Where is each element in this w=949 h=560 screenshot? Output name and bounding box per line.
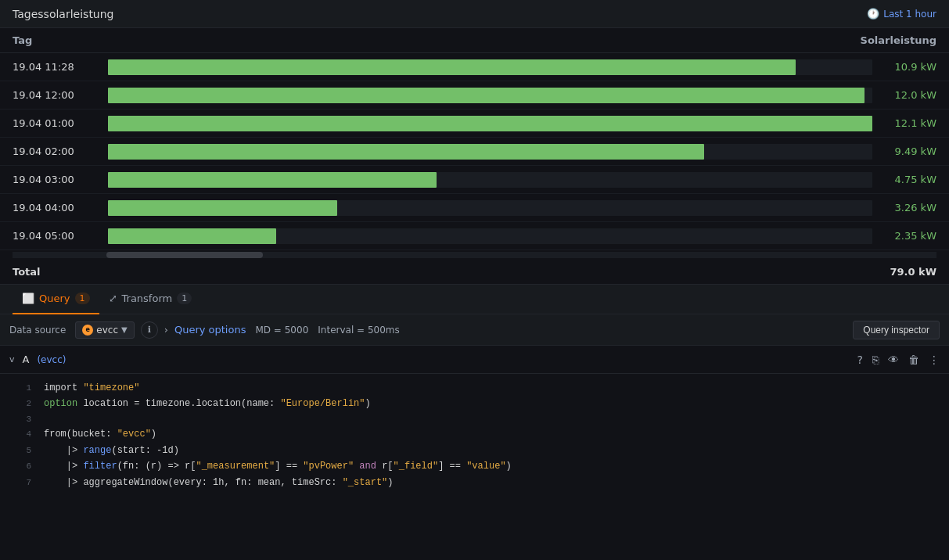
tab-transform[interactable]: ⤢ Transform 1 (99, 285, 202, 314)
editor-header: v A (evcc) ? ⎘ 👁 🗑 ⋮ (0, 346, 949, 374)
code-line: 7 |> aggregateWindow(every: 1h, fn: mean… (0, 475, 949, 490)
code-text-span: |> aggregateWindow(every: 1h, fn: mean, … (44, 475, 393, 490)
row-label: 19.04 12:00 (13, 89, 99, 101)
row-label: 19.04 05:00 (13, 230, 99, 242)
tab-query-badge: 1 (75, 293, 90, 304)
row-value: 9.49 kW (882, 145, 936, 157)
code-text-span: |> filter(fn: (r) => r["_measurement"] =… (44, 458, 512, 474)
code-content[interactable]: 1import "timezone"2option location = tim… (0, 374, 949, 497)
clock-icon: 🕐 (867, 8, 879, 20)
datasource-label: Data source (9, 325, 66, 336)
row-label: 19.04 02:00 (13, 145, 99, 157)
more-icon[interactable]: ⋮ (929, 354, 940, 366)
md-label: MD = 5000 (255, 325, 308, 336)
code-text-span: import "timezone" (44, 380, 139, 396)
line-number: 5 (9, 443, 31, 458)
eye-icon[interactable]: 👁 (888, 354, 899, 366)
line-number: 2 (9, 397, 31, 411)
row-value: 4.75 kW (882, 174, 936, 185)
info-button[interactable]: ℹ (141, 321, 158, 339)
code-text-span: option location = timezone.location(name… (44, 396, 371, 411)
row-value: 10.9 kW (882, 61, 936, 73)
total-value: 79.0 kW (890, 266, 936, 278)
bar-container (108, 144, 872, 160)
table-row: 19.04 03:00 4.75 kW (0, 166, 949, 194)
tab-query-label: Query (39, 293, 70, 304)
row-label: 19.04 03:00 (13, 174, 99, 185)
code-line: 2option location = timezone.location(nam… (0, 396, 949, 411)
delete-icon[interactable]: 🗑 (908, 354, 919, 366)
row-value: 12.1 kW (882, 117, 936, 129)
row-label: 19.04 04:00 (13, 202, 99, 214)
query-inspector-button[interactable]: Query inspector (853, 321, 940, 339)
datasource-name: evcc (96, 325, 118, 336)
scrollbar-area (0, 250, 949, 260)
code-line: 6 |> filter(fn: (r) => r["_measurement"]… (0, 458, 949, 474)
code-line: 1import "timezone" (0, 380, 949, 396)
row-value: 3.26 kW (882, 202, 936, 214)
bar-container (108, 172, 872, 188)
bar-fill (108, 228, 276, 244)
table-rows: 19.04 11:28 10.9 kW 19.04 12:00 12.0 kW … (0, 53, 949, 250)
query-options-bar: Data source e evcc ▼ ℹ › Query options M… (0, 314, 949, 346)
tab-query[interactable]: ⬜ Query 1 (13, 285, 99, 314)
chevron-right-icon: › (164, 324, 168, 336)
bar-container (108, 88, 872, 103)
query-source: (evcc) (37, 354, 66, 365)
total-row: Total 79.0 kW (0, 260, 949, 285)
help-icon[interactable]: ? (857, 354, 863, 366)
col-tag: Tag (13, 34, 32, 46)
code-editor: v A (evcc) ? ⎘ 👁 🗑 ⋮ 1import "timezone"2… (0, 346, 949, 497)
copy-icon[interactable]: ⎘ (872, 354, 879, 366)
datasource-icon: e (82, 325, 93, 336)
transform-icon: ⤢ (109, 293, 117, 304)
col-value: Solarleistung (861, 34, 936, 46)
bar-fill (108, 200, 337, 216)
query-options-button[interactable]: Query options (174, 324, 246, 336)
table-row: 19.04 05:00 2.35 kW (0, 222, 949, 250)
bar-container (108, 200, 872, 216)
line-number: 7 (9, 476, 31, 490)
bar-fill (108, 59, 796, 75)
row-value: 2.35 kW (882, 230, 936, 242)
editor-actions: ? ⎘ 👁 🗑 ⋮ (857, 354, 940, 366)
code-text-span: from(bucket: "evcc") (44, 426, 156, 442)
table-row: 19.04 02:00 9.49 kW (0, 138, 949, 166)
line-number: 1 (9, 381, 31, 396)
panel-header: Tagessolarleistung 🕐 Last 1 hour (0, 0, 949, 28)
bar-fill (108, 88, 865, 103)
time-range-button[interactable]: 🕐 Last 1 hour (867, 8, 936, 20)
tab-transform-badge: 1 (177, 293, 192, 304)
collapse-button[interactable]: v (9, 354, 15, 364)
table-row: 19.04 01:00 12.1 kW (0, 109, 949, 138)
total-label: Total (13, 266, 41, 278)
bar-fill (108, 116, 872, 131)
table-row: 19.04 12:00 12.0 kW (0, 81, 949, 109)
time-range-label: Last 1 hour (883, 9, 936, 20)
table-header: Tag Solarleistung (0, 28, 949, 53)
code-line: 5 |> range(start: -1d) (0, 443, 949, 458)
query-tabs: ⬜ Query 1 ⤢ Transform 1 (0, 285, 949, 314)
code-line: 4from(bucket: "evcc") (0, 426, 949, 442)
table-row: 19.04 11:28 10.9 kW (0, 53, 949, 81)
line-number: 4 (9, 427, 31, 442)
bar-container (108, 116, 872, 131)
line-number: 6 (9, 459, 31, 474)
row-label: 19.04 01:00 (13, 117, 99, 129)
datasource-select[interactable]: e evcc ▼ (75, 321, 134, 339)
bar-container (108, 228, 872, 244)
code-text-span: |> range(start: -1d) (44, 443, 179, 458)
bar-container (108, 59, 872, 75)
table-row: 19.04 04:00 3.26 kW (0, 194, 949, 222)
code-line: 3 (0, 412, 949, 427)
tab-transform-label: Transform (122, 293, 173, 304)
chevron-down-icon: ▼ (121, 325, 128, 334)
bar-fill (108, 172, 437, 188)
bar-fill (108, 144, 704, 160)
interval-label: Interval = 500ms (318, 325, 399, 336)
query-icon: ⬜ (22, 293, 34, 304)
row-value: 12.0 kW (882, 89, 936, 101)
data-table: Tag Solarleistung 19.04 11:28 10.9 kW 19… (0, 28, 949, 285)
query-letter: A (23, 354, 30, 365)
row-label: 19.04 11:28 (13, 61, 99, 73)
